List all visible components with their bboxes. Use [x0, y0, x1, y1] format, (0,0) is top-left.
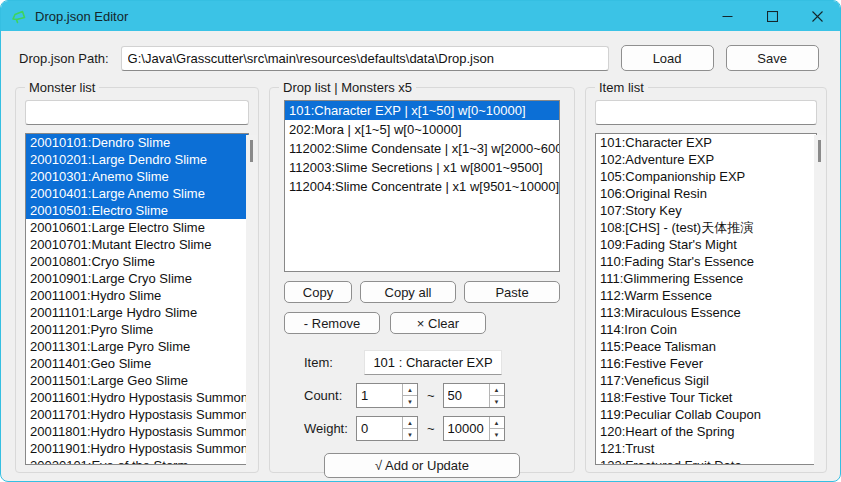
item-list-scrollbar[interactable]	[814, 135, 825, 471]
list-item[interactable]: 20011701:Hydro Hypostasis Summon	[26, 406, 248, 423]
list-item[interactable]: 20010601:Large Electro Slime	[26, 219, 248, 236]
add-or-update-button[interactable]: √ Add or Update	[324, 453, 520, 478]
clear-button[interactable]: × Clear	[390, 312, 486, 334]
list-item[interactable]: 20020101:Eye of the Storm	[26, 457, 248, 465]
weight-max-stepper[interactable]: ▲▼	[443, 416, 505, 441]
list-item[interactable]: 20011301:Large Pyro Slime	[26, 338, 248, 355]
count-max-stepper[interactable]: ▲▼	[443, 383, 505, 408]
weight-max-input[interactable]	[444, 417, 489, 440]
item-list-title: Item list	[595, 80, 648, 95]
list-item[interactable]: 118:Festive Tour Ticket	[596, 389, 816, 406]
save-button[interactable]: Save	[726, 45, 819, 71]
spin-up-icon[interactable]: ▲	[403, 417, 417, 429]
count-min-stepper[interactable]: ▲▼	[356, 383, 418, 408]
window-controls	[705, 1, 840, 31]
item-row: Item:	[304, 350, 540, 375]
list-item[interactable]: 20010901:Large Cryo Slime	[26, 270, 248, 287]
spinner-arrows[interactable]: ▲▼	[489, 417, 504, 440]
minimize-icon[interactable]	[705, 1, 750, 31]
count-min-input[interactable]	[357, 384, 402, 407]
spin-down-icon[interactable]: ▼	[403, 396, 417, 407]
list-item[interactable]: 105:Companionship EXP	[596, 168, 816, 185]
list-item[interactable]: 112002:Slime Condensate | x[1~3] w[2000~…	[285, 139, 559, 158]
list-item[interactable]: 107:Story Key	[596, 202, 816, 219]
item-field[interactable]	[364, 350, 502, 375]
count-tilde: ~	[427, 388, 435, 403]
remove-button[interactable]: - Remove	[284, 312, 380, 334]
list-item[interactable]: 117:Veneficus Sigil	[596, 372, 816, 389]
copy-button[interactable]: Copy	[284, 281, 352, 303]
drop-listbox[interactable]: 101:Character EXP | x[1~50] w[0~10000]20…	[284, 100, 560, 272]
main-columns: Monster list 20010101:Dendro Slime200102…	[15, 87, 827, 473]
spin-down-icon[interactable]: ▼	[490, 396, 504, 407]
spinner-arrows[interactable]: ▲▼	[402, 384, 417, 407]
list-item[interactable]: 20011501:Large Geo Slime	[26, 372, 248, 389]
spin-down-icon[interactable]: ▼	[403, 429, 417, 440]
list-item[interactable]: 20011101:Large Hydro Slime	[26, 304, 248, 321]
count-max-input[interactable]	[444, 384, 489, 407]
list-item[interactable]: 20011601:Hydro Hypostasis Summon	[26, 389, 248, 406]
list-item[interactable]: 20011401:Geo Slime	[26, 355, 248, 372]
list-item[interactable]: 20010801:Cryo Slime	[26, 253, 248, 270]
app-window: Drop.json Editor Drop.json Path: Load Sa…	[0, 0, 841, 482]
list-item[interactable]: 102:Adventure EXP	[596, 151, 816, 168]
path-row: Drop.json Path: Load Save	[19, 45, 824, 71]
list-item[interactable]: 112004:Slime Concentrate | x1 w[9501~100…	[285, 177, 559, 196]
item-listbox[interactable]: 101:Character EXP102:Adventure EXP105:Co…	[595, 133, 817, 465]
list-item[interactable]: 110:Fading Star's Essence	[596, 253, 816, 270]
spinner-arrows[interactable]: ▲▼	[489, 384, 504, 407]
list-item[interactable]: 122:Fractured Fruit Data	[596, 457, 816, 465]
list-item[interactable]: 20010501:Electro Slime	[26, 202, 248, 219]
list-item[interactable]: 101:Character EXP	[596, 134, 816, 151]
list-item[interactable]: 121:Trust	[596, 440, 816, 457]
list-item[interactable]: 106:Original Resin	[596, 185, 816, 202]
list-item[interactable]: 112003:Slime Secretions | x1 w[8001~9500…	[285, 158, 559, 177]
spinner-arrows[interactable]: ▲▼	[402, 417, 417, 440]
list-item[interactable]: 112:Warm Essence	[596, 287, 816, 304]
list-item[interactable]: 120:Heart of the Spring	[596, 423, 816, 440]
weight-label: Weight:	[304, 421, 356, 436]
maximize-icon[interactable]	[750, 1, 795, 31]
load-button[interactable]: Load	[621, 45, 714, 71]
weight-min-input[interactable]	[357, 417, 402, 440]
scrollbar-thumb[interactable]	[818, 140, 821, 162]
list-item[interactable]: 114:Iron Coin	[596, 321, 816, 338]
list-item[interactable]: 116:Festive Fever	[596, 355, 816, 372]
monster-list-scrollbar[interactable]	[246, 135, 257, 471]
spin-up-icon[interactable]: ▲	[490, 417, 504, 429]
item-search-input[interactable]	[595, 100, 817, 125]
list-item[interactable]: 20011901:Hydro Hypostasis Summon	[26, 440, 248, 457]
list-item[interactable]: 111:Glimmering Essence	[596, 270, 816, 287]
list-item[interactable]: 20011201:Pyro Slime	[26, 321, 248, 338]
list-item[interactable]: 119:Peculiar Collab Coupon	[596, 406, 816, 423]
spin-down-icon[interactable]: ▼	[490, 429, 504, 440]
title-bar[interactable]: Drop.json Editor	[1, 1, 840, 31]
monster-search-input[interactable]	[25, 100, 249, 125]
list-item[interactable]: 20010401:Large Anemo Slime	[26, 185, 248, 202]
list-item[interactable]: 202:Mora | x[1~5] w[0~10000]	[285, 120, 559, 139]
list-item[interactable]: 20010101:Dendro Slime	[26, 134, 248, 151]
close-icon[interactable]	[795, 1, 840, 31]
list-item[interactable]: 101:Character EXP | x[1~50] w[0~10000]	[285, 101, 559, 120]
megaphone-icon	[11, 9, 27, 24]
weight-min-stepper[interactable]: ▲▼	[356, 416, 418, 441]
list-item[interactable]: 20011801:Hydro Hypostasis Summon	[26, 423, 248, 440]
list-item[interactable]: 20010201:Large Dendro Slime	[26, 151, 248, 168]
spin-up-icon[interactable]: ▲	[403, 384, 417, 396]
list-item[interactable]: 109:Fading Star's Might	[596, 236, 816, 253]
count-label: Count:	[304, 388, 356, 403]
path-input[interactable]	[121, 46, 609, 71]
list-item[interactable]: 108:[CHS] - (test)天体推演	[596, 219, 816, 236]
scrollbar-thumb[interactable]	[250, 140, 253, 162]
list-item[interactable]: 113:Miraculous Essence	[596, 304, 816, 321]
paste-button[interactable]: Paste	[464, 281, 560, 303]
monster-listbox[interactable]: 20010101:Dendro Slime20010201:Large Dend…	[25, 133, 249, 465]
item-label: Item:	[304, 355, 356, 370]
list-item[interactable]: 115:Peace Talisman	[596, 338, 816, 355]
list-item[interactable]: 20010701:Mutant Electro Slime	[26, 236, 248, 253]
monster-list-group: Monster list 20010101:Dendro Slime200102…	[15, 87, 259, 473]
spin-up-icon[interactable]: ▲	[490, 384, 504, 396]
copy-all-button[interactable]: Copy all	[360, 281, 456, 303]
list-item[interactable]: 20010301:Anemo Slime	[26, 168, 248, 185]
list-item[interactable]: 20011001:Hydro Slime	[26, 287, 248, 304]
